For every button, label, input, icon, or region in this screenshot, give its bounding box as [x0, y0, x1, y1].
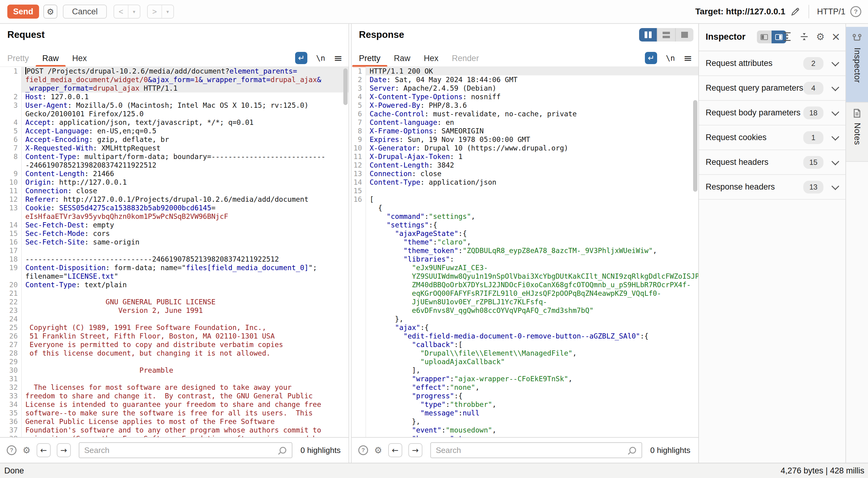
code-text[interactable]: "effect":"none",: [366, 383, 698, 392]
code-text[interactable]: Accept: application/json, text/javascrip…: [22, 118, 348, 127]
inspector-section-request-headers[interactable]: Request headers15: [699, 150, 845, 175]
code-text[interactable]: Sec-Fetch-Dest: empty: [22, 221, 348, 229]
request-editor[interactable]: 1POST /Projects/drupal-10.2.6/media/add/…: [0, 66, 348, 437]
code-text[interactable]: },: [366, 315, 698, 323]
chevron-down-icon[interactable]: [831, 83, 839, 91]
code-text[interactable]: of this license document, but changing i…: [22, 349, 348, 357]
code-text[interactable]: X-Drupal-Ajax-Token: 1: [366, 152, 698, 161]
code-text[interactable]: X-Generator: Drupal 10 (https://www.drup…: [366, 144, 698, 152]
dropdown-arrow-icon[interactable]: ▾: [161, 5, 173, 18]
close-icon[interactable]: ×: [831, 31, 840, 42]
code-text[interactable]: General Public License applies to most o…: [22, 417, 348, 426]
code-text[interactable]: "command":"settings",: [366, 212, 698, 221]
send-button[interactable]: Send: [7, 5, 39, 19]
search-next-button[interactable]: →: [408, 443, 423, 457]
code-text[interactable]: X-Powered-By: PHP/8.3.6: [366, 101, 698, 110]
search-input[interactable]: [430, 442, 642, 458]
code-text[interactable]: "edit-field-media-document-0-remove-butt…: [366, 332, 698, 340]
search-input[interactable]: [79, 442, 292, 458]
code-text[interactable]: "type":"throbber",: [366, 400, 698, 409]
search-previous-button[interactable]: ←: [388, 443, 402, 457]
editor-menu-icon[interactable]: ≡: [334, 52, 343, 64]
code-text[interactable]: "eJx9UNFuwzAI_CE3-YZ9SUUIWdmw8Qyu1n19nSp…: [366, 263, 698, 315]
code-text[interactable]: The licenses for most software are desig…: [22, 383, 348, 392]
code-text[interactable]: software--to make sure the software is f…: [22, 409, 348, 417]
code-text[interactable]: Cookie: SESS05d4275ca1538832b5ab92000bcd…: [22, 204, 348, 221]
search-settings-icon[interactable]: ⚙: [23, 445, 31, 455]
code-text[interactable]: [22, 375, 348, 383]
code-text[interactable]: Host: 127.0.0.1: [22, 92, 348, 101]
code-text[interactable]: Foundation's software and to any other p…: [22, 426, 348, 435]
code-text[interactable]: 51 Franklin Street, Fifth Floor, Boston,…: [22, 332, 348, 340]
inspector-section-request-query-parameters[interactable]: Request query parameters4: [699, 76, 845, 101]
collapse-all-icon[interactable]: [799, 31, 809, 42]
code-text[interactable]: POST /Projects/drupal-10.2.6/media/add/d…: [22, 67, 348, 92]
chevron-left-icon[interactable]: <: [114, 5, 128, 18]
code-text[interactable]: "settings":{: [366, 221, 698, 229]
code-text[interactable]: "callback":[: [366, 340, 698, 349]
code-text[interactable]: Content-language: en: [366, 118, 698, 127]
request-scrollbar-thumb[interactable]: [343, 68, 348, 105]
tab-pretty[interactable]: Pretty: [352, 50, 387, 66]
code-text[interactable]: using it. (Some other Free Software Foun…: [22, 435, 348, 437]
http-version-label[interactable]: HTTP/1: [817, 7, 845, 17]
code-text[interactable]: "theme":"claro",: [366, 238, 698, 246]
chevron-down-icon[interactable]: [831, 157, 839, 165]
search-help-icon[interactable]: ?: [7, 445, 17, 455]
word-wrap-icon[interactable]: ↵: [295, 52, 307, 64]
tab-pretty[interactable]: Pretty: [1, 50, 36, 66]
code-text[interactable]: Content-Type: multipart/form-data; bound…: [22, 152, 348, 170]
code-text[interactable]: Connection: close: [366, 170, 698, 178]
dock-left-icon[interactable]: [757, 31, 772, 43]
code-text[interactable]: Accept-Encoding: gzip, deflate, br: [22, 135, 348, 144]
code-text[interactable]: License is intended to guarantee your fr…: [22, 400, 348, 409]
chevron-down-icon[interactable]: [831, 182, 839, 190]
response-scrollbar-thumb[interactable]: [693, 100, 698, 192]
previous-request-button[interactable]: < ▾: [114, 5, 141, 19]
code-text[interactable]: "ajaxPageState":{: [366, 229, 698, 238]
tab-hex[interactable]: Hex: [66, 50, 94, 66]
chevron-down-icon[interactable]: [831, 133, 839, 141]
code-text[interactable]: Origin: http://127.0.0.1: [22, 178, 348, 186]
code-text[interactable]: Referer: http://127.0.0.1/Projects/drupa…: [22, 195, 348, 204]
code-text[interactable]: "event":"mousedown",: [366, 426, 698, 435]
layout-single-icon[interactable]: [675, 28, 693, 41]
tab-hex[interactable]: Hex: [417, 50, 445, 66]
code-text[interactable]: X-Content-Type-Options: nosniff: [366, 92, 698, 101]
code-text[interactable]: Content-Length: 21466: [22, 170, 348, 178]
code-text[interactable]: "theme_token":"ZQDBULqR8_eypZ8eA78_8azcT…: [366, 246, 698, 255]
sidebar-tab-notes[interactable]: Notes: [846, 102, 868, 162]
code-text[interactable]: "libraries":: [366, 255, 698, 263]
expand-all-icon[interactable]: [782, 31, 792, 42]
code-text[interactable]: },: [366, 417, 698, 426]
show-newlines-icon[interactable]: \n: [316, 54, 325, 63]
code-text[interactable]: [366, 186, 698, 195]
code-text[interactable]: X-Frame-Options: SAMEORIGIN: [366, 127, 698, 135]
search-settings-icon[interactable]: ⚙: [374, 445, 382, 455]
edit-target-icon[interactable]: [790, 6, 801, 17]
tab-render[interactable]: Render: [445, 50, 486, 66]
next-request-button[interactable]: > ▾: [147, 5, 174, 19]
code-text[interactable]: Copyright (C) 1989, 1991 Free Software F…: [22, 323, 348, 332]
chevron-down-icon[interactable]: [831, 59, 839, 66]
code-text[interactable]: "keypress":true,: [366, 435, 698, 437]
layout-columns-icon[interactable]: [639, 28, 657, 41]
response-viewer[interactable]: 1HTTP/1.1 200 OK2Date: Sat, 04 May 2024 …: [351, 66, 698, 437]
code-text[interactable]: Sec-Fetch-Site: same-origin: [22, 238, 348, 246]
inspector-section-request-attributes[interactable]: Request attributes2: [699, 51, 845, 76]
code-text[interactable]: Cache-Control: must-revalidate, no-cache…: [366, 110, 698, 118]
code-text[interactable]: Expires: Sun, 19 Nov 1978 05:00:00 GMT: [366, 135, 698, 144]
code-text[interactable]: [22, 357, 348, 366]
code-text[interactable]: "message":null: [366, 409, 698, 417]
help-icon[interactable]: ?: [850, 6, 861, 17]
code-text[interactable]: Everyone is permitted to copy and distri…: [22, 340, 348, 349]
tab-raw[interactable]: Raw: [36, 50, 66, 66]
code-text[interactable]: "progress":{: [366, 392, 698, 400]
inspector-section-response-headers[interactable]: Response headers13: [699, 175, 845, 200]
code-text[interactable]: ------------------------------2466190785…: [22, 255, 348, 263]
search-help-icon[interactable]: ?: [358, 445, 368, 455]
code-text[interactable]: [: [366, 195, 698, 204]
code-text[interactable]: Content-Type: text/plain: [22, 280, 348, 289]
code-text[interactable]: [22, 246, 348, 255]
code-text[interactable]: Content-Length: 3842: [366, 161, 698, 170]
